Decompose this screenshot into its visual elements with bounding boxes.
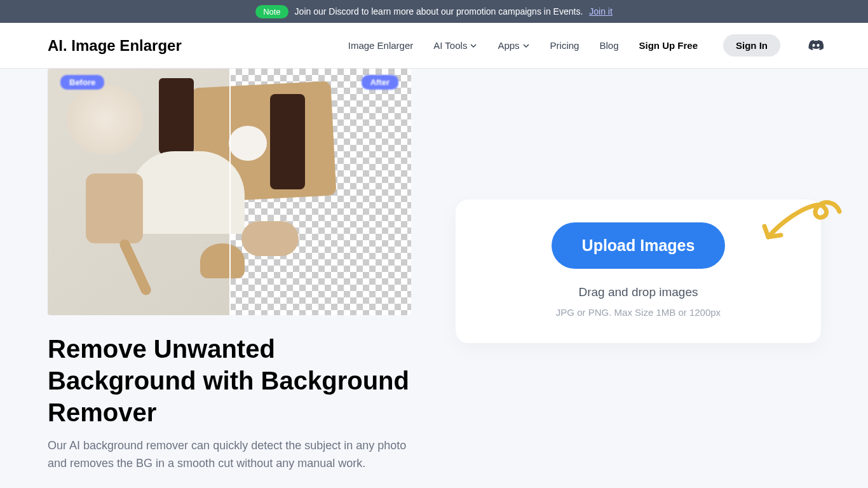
nav-links: Image Enlarger AI Tools Apps Pricing Blo…	[348, 34, 824, 57]
product-pump-bottle	[270, 94, 305, 189]
signin-button[interactable]: Sign In	[723, 34, 780, 57]
nav-ai-tools-label: AI Tools	[433, 40, 467, 51]
nav-signup-free[interactable]: Sign Up Free	[639, 40, 698, 51]
nav-pricing[interactable]: Pricing	[550, 40, 580, 51]
product-jar	[229, 126, 267, 161]
main-content: Before After Remove Unwanted Background …	[0, 69, 868, 488]
chevron-down-icon	[522, 42, 530, 50]
product-brush	[70, 173, 159, 288]
hero-comparison-image: Before After	[48, 69, 411, 315]
logo[interactable]: AI. Image Enlarger	[48, 37, 182, 55]
page-heading: Remove Unwanted Background with Backgrou…	[48, 333, 411, 428]
right-column: Upload Images Drag and drop images JPG o…	[456, 88, 824, 488]
upload-hint-text: JPG or PNG. Max Size 1MB or 1200px	[481, 307, 796, 318]
nav-blog[interactable]: Blog	[599, 40, 618, 51]
drag-drop-text: Drag and drop images	[481, 285, 796, 299]
banner-text: Join our Discord to learn more about our…	[295, 6, 583, 17]
chevron-down-icon	[470, 42, 477, 50]
product-brush-small	[241, 221, 299, 256]
nav-apps[interactable]: Apps	[498, 40, 529, 51]
discord-icon[interactable]	[808, 38, 824, 53]
product-loofah	[67, 85, 143, 154]
curved-arrow-icon	[757, 196, 846, 253]
upload-images-button[interactable]: Upload Images	[552, 222, 726, 269]
comparison-divider[interactable]	[229, 69, 231, 315]
page-description: Our AI background remover can quickly de…	[48, 437, 411, 473]
product-jar-small	[200, 243, 245, 278]
product-bottle	[159, 78, 194, 154]
nav-apps-label: Apps	[498, 40, 519, 51]
nav-image-enlarger[interactable]: Image Enlarger	[348, 40, 414, 51]
navbar: AI. Image Enlarger Image Enlarger AI Too…	[0, 23, 868, 69]
before-badge: Before	[60, 75, 104, 90]
top-banner: Note Join our Discord to learn more abou…	[0, 0, 868, 23]
banner-note-badge: Note	[255, 5, 288, 18]
after-badge: After	[362, 75, 398, 90]
nav-ai-tools[interactable]: AI Tools	[433, 40, 477, 51]
left-column: Before After Remove Unwanted Background …	[48, 88, 411, 488]
banner-join-link[interactable]: Join it	[589, 6, 613, 17]
